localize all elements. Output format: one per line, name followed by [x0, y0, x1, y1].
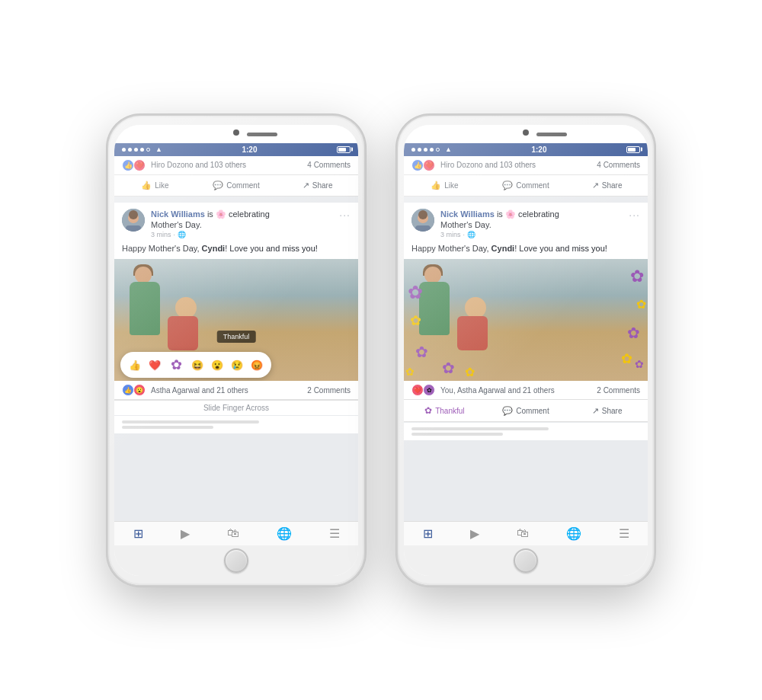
mute-button-right[interactable] — [396, 192, 398, 215]
comments-count-prev: 4 Comments — [307, 161, 351, 169]
slide-hint: Slide Finger Across — [114, 400, 358, 415]
engagement-bar-main-left: 👍 😮 Astha Agarwal and 21 others 2 Commen… — [114, 381, 358, 400]
nav-globe-icon[interactable]: 🌐 — [277, 526, 292, 541]
mute-button[interactable] — [107, 192, 108, 215]
comments-count-main: 2 Comments — [307, 386, 351, 395]
partial-text-r2 — [411, 433, 503, 436]
volume-up-button[interactable] — [107, 222, 108, 261]
thankful-flower-icon: ✿ — [424, 405, 432, 416]
scroll-content-right: 👍 ❤️ Hiro Dozono and 103 others 4 Commen… — [404, 156, 648, 521]
battery-fill-right — [628, 148, 636, 152]
phone-left: ▲ 1:20 👍 ❤️ Hiro Dozon — [107, 114, 366, 587]
reactions-text-prev-right: Hiro Dozono and 103 others — [440, 161, 536, 169]
comments-count-prev-right: 4 Comments — [597, 161, 640, 169]
signal-dot-r2 — [418, 148, 421, 152]
share-button-prev[interactable]: ↗ Share — [277, 178, 358, 193]
react-love-btn[interactable]: ❤️ — [146, 356, 163, 373]
like-button-prev-right[interactable]: 👍 Like — [404, 178, 485, 193]
home-button-right[interactable] — [514, 548, 538, 573]
react-haha-btn[interactable]: 😆 — [189, 356, 206, 373]
author-action-right: is 🌸 celebrating — [497, 209, 559, 219]
nav-play-icon-right[interactable]: ▶ — [470, 526, 479, 541]
share-button-main-right[interactable]: ↗ Share — [566, 403, 648, 418]
post-meta-left: Nick Williams is 🌸 celebrating Mother's … — [151, 209, 333, 239]
bottom-nav-right: ⊞ ▶ 🛍 🌐 ☰ — [404, 521, 648, 545]
power-button-right[interactable] — [654, 230, 655, 283]
speaker-right — [536, 133, 567, 136]
like-button-prev[interactable]: 👍 Like — [114, 178, 196, 193]
screen-right: ▲ 1:20 👍 ❤️ Hiro Dozon — [404, 125, 648, 576]
react-sad-btn[interactable]: 😢 — [229, 356, 245, 373]
share-label: Share — [312, 181, 333, 190]
nav-play-icon[interactable]: ▶ — [181, 526, 190, 541]
more-button-right[interactable]: ··· — [629, 209, 640, 221]
post-text-name-right: Cyndi — [491, 244, 515, 253]
nav-home-icon-right[interactable]: ⊞ — [423, 526, 433, 541]
share-button-prev-right[interactable]: ↗ Share — [566, 178, 648, 193]
camera-left — [233, 129, 239, 136]
like-reaction-main: 👍 — [122, 384, 134, 396]
status-bar-left: ▲ 1:20 — [114, 143, 358, 156]
post-card-main-left: Nick Williams is 🌸 celebrating Mother's … — [114, 203, 358, 434]
speaker-left — [247, 133, 277, 136]
comment-icon: 💬 — [213, 181, 223, 190]
post-image-left: Thankful 👍 ❤️ ✿ 😆 😮 😢 😡 — [114, 259, 358, 381]
scroll-content-left: 👍 ❤️ Hiro Dozono and 103 others 4 Commen… — [114, 156, 358, 521]
engagement-bar-main-right: ❤️ ✿ You, Astha Agarwal and 21 others 2 … — [404, 381, 648, 400]
post-text-right: Happy Mother's Day, Cyndi! Love you and … — [404, 241, 648, 259]
status-time-left: 1:20 — [242, 145, 257, 154]
author-event-right: Mother's Day. — [440, 220, 491, 229]
flower-purple-icon: ✿ — [171, 356, 182, 373]
react-wow-btn[interactable]: 😮 — [209, 356, 226, 373]
signal-area-right: ▲ — [411, 145, 452, 153]
time-dot-right: · — [463, 231, 466, 238]
comment-button-prev[interactable]: 💬 Comment — [196, 178, 277, 193]
nav-home-icon[interactable]: ⊞ — [133, 526, 143, 541]
react-like-btn[interactable]: 👍 — [126, 356, 143, 373]
iphone-top-left — [114, 125, 358, 143]
partial-text-r1 — [411, 427, 549, 430]
thankful-button-right[interactable]: ✿ Thankful — [404, 403, 485, 418]
share-label-right: Share — [602, 181, 623, 190]
volume-down-button-right[interactable] — [396, 268, 398, 306]
nav-store-icon[interactable]: 🛍 — [227, 526, 239, 540]
signal-dot-r1 — [411, 148, 415, 152]
comment-button-main-right[interactable]: 💬 Comment — [485, 403, 567, 418]
home-button-left[interactable] — [224, 548, 248, 573]
post-text-after-right: ! Love you and miss you! — [514, 244, 607, 253]
signal-dot-4 — [140, 148, 144, 152]
signal-dot-2 — [128, 148, 132, 152]
volume-down-button[interactable] — [107, 268, 108, 306]
like-label-right: Like — [444, 181, 458, 190]
post-text-before-left: Happy Mother's Day, — [122, 244, 202, 253]
avatar-img-left — [122, 209, 145, 232]
camera-right — [523, 129, 529, 136]
post-partial-left — [114, 415, 358, 433]
more-button-left[interactable]: ··· — [339, 209, 351, 221]
nav-menu-icon[interactable]: ☰ — [329, 526, 340, 541]
love-reaction-main: 😮 — [133, 384, 146, 396]
volume-up-button-right[interactable] — [396, 222, 398, 261]
post-time-left: 3 mins · 🌐 — [151, 231, 333, 238]
share-icon: ↗ — [303, 181, 309, 190]
reaction-popup-left: 👍 ❤️ ✿ 😆 😮 😢 😡 — [120, 352, 271, 378]
comment-button-prev-right[interactable]: 💬 Comment — [485, 178, 567, 193]
reactions-left-prev-right: 👍 ❤️ Hiro Dozono and 103 others — [411, 159, 536, 171]
battery-area — [337, 146, 351, 153]
nav-globe-icon-right[interactable]: 🌐 — [566, 526, 581, 541]
nav-store-icon-right[interactable]: 🛍 — [517, 526, 529, 540]
author-line-right: Nick Williams is 🌸 celebrating Mother's … — [440, 209, 623, 231]
reactions-left-main: 👍 😮 Astha Agarwal and 21 others — [122, 384, 248, 396]
post-text-name-left: Cyndi — [202, 244, 226, 253]
like-reaction-prev-right: 👍 — [411, 159, 424, 171]
comments-count-main-right: 2 Comments — [597, 386, 640, 395]
comment-icon-right: 💬 — [502, 181, 513, 190]
nav-menu-icon-right[interactable]: ☰ — [619, 526, 629, 541]
signal-area: ▲ — [122, 145, 162, 153]
react-flower-btn[interactable]: ✿ — [166, 355, 186, 375]
react-angry-btn[interactable]: 😡 — [248, 356, 265, 373]
avatar-left — [122, 209, 145, 232]
time-text-left: 3 mins — [151, 231, 171, 238]
flower-reaction-main-right: ✿ — [423, 384, 435, 396]
power-button[interactable] — [364, 230, 366, 283]
